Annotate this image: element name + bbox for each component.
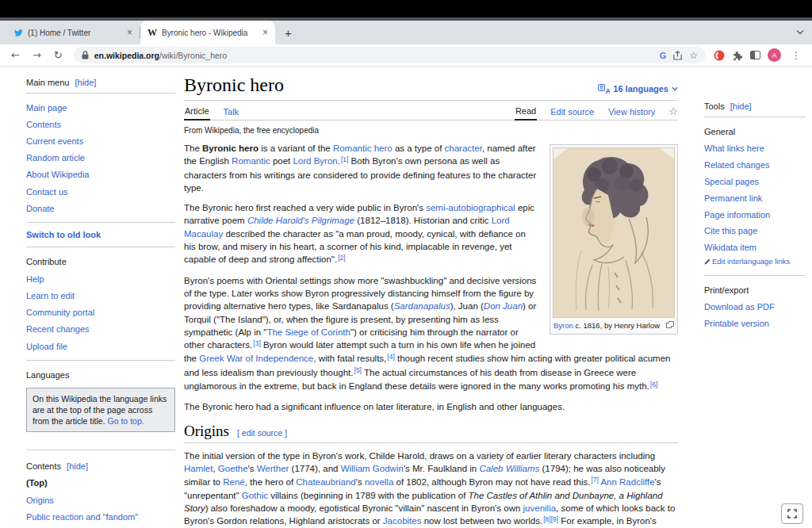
share-icon[interactable]: [673, 51, 682, 60]
toc-list: Origins Public reaction and "fandom" Lit…: [26, 492, 175, 528]
switch-old-look-link[interactable]: Switch to old look: [26, 228, 175, 241]
tab-article[interactable]: Article: [184, 102, 210, 121]
contents-label: Contents: [26, 461, 61, 471]
text-link[interactable]: Greek War of Independence: [199, 354, 313, 363]
close-tab-icon[interactable]: ×: [127, 28, 132, 37]
tools-hide-link[interactable]: [hide]: [730, 101, 752, 111]
text-link[interactable]: William Godwin: [341, 464, 404, 473]
main-menu-hide-link[interactable]: [hide]: [75, 78, 96, 87]
contents-hide-link[interactable]: [hide]: [67, 461, 88, 471]
text-link[interactable]: Lord Byron: [293, 156, 337, 166]
sidebar-item-contents[interactable]: Contents: [26, 116, 175, 132]
text-link[interactable]: Gothic: [242, 491, 268, 500]
reference-link[interactable]: [2]: [338, 254, 345, 262]
edit-source-link[interactable]: [ edit source ]: [237, 428, 287, 438]
tool-printable-version[interactable]: Printable version: [704, 316, 806, 332]
extensions-puzzle-icon[interactable]: [732, 50, 743, 61]
text-link[interactable]: Ann Radcliffe: [600, 477, 654, 487]
tab-edit-source[interactable]: Edit source: [550, 103, 595, 120]
tool-related-changes[interactable]: Related changes: [704, 157, 806, 174]
text-link[interactable]: juvenilia: [523, 503, 557, 513]
text-link[interactable]: Romantic: [232, 156, 270, 166]
text-segment: The initial version of the type in Byron…: [184, 451, 655, 461]
tab-search-chevron-icon[interactable]: [796, 24, 804, 38]
bookmark-star-icon[interactable]: ☆: [689, 50, 698, 61]
sidebar-item-upload-file[interactable]: Upload file: [26, 338, 175, 354]
edit-interlanguage-link[interactable]: Edit interlanguage links: [704, 255, 806, 270]
sidebar-item-main-page[interactable]: Main page: [26, 99, 175, 116]
text-segment: c. 1816, by Henry Harlow: [573, 321, 660, 330]
sidebar-item-recent-changes[interactable]: Recent changes: [26, 321, 175, 338]
toc-item-literary-usage[interactable]: Literary usage and influence: [26, 526, 175, 528]
back-button[interactable]: ←: [5, 49, 26, 61]
sidebar-item-current-events[interactable]: Current events: [26, 132, 175, 149]
text-link[interactable]: Werther: [257, 464, 289, 473]
forward-button[interactable]: →: [26, 49, 48, 61]
address-bar[interactable]: en.wikipedia.org/wiki/Byronic_hero G ☆: [74, 47, 706, 63]
toc-item-public-reaction[interactable]: Public reaction and "fandom": [26, 508, 175, 525]
tab-twitter[interactable]: (1) Home / Twitter ×: [6, 21, 140, 44]
side-panel-icon[interactable]: [750, 51, 760, 59]
text-link[interactable]: character: [445, 143, 482, 153]
profile-avatar[interactable]: A: [768, 48, 781, 62]
go-to-top-link[interactable]: Go to top.: [108, 416, 144, 426]
sidebar-item-community-portal[interactable]: Community portal: [26, 304, 175, 321]
reference-link[interactable]: [3]: [253, 339, 260, 347]
fullscreen-button[interactable]: [781, 503, 803, 524]
sidebar-item-random-article[interactable]: Random article: [26, 150, 175, 166]
tool-cite-this-page[interactable]: Cite this page: [704, 223, 806, 239]
translate-icon: A: [598, 84, 610, 94]
tab-talk[interactable]: Talk: [223, 103, 240, 120]
tab-wikipedia[interactable]: W Byronic hero - Wikipedia ×: [140, 21, 275, 44]
text-link[interactable]: Byron: [553, 321, 573, 330]
enlarge-icon[interactable]: [666, 321, 674, 331]
languages-button[interactable]: A 16 languages: [598, 84, 678, 94]
divider: [26, 93, 175, 94]
reference-link[interactable]: [8][9]: [543, 515, 558, 523]
close-tab-icon[interactable]: ×: [262, 28, 268, 37]
reload-button[interactable]: ↻: [48, 49, 69, 61]
watchlist-star-icon[interactable]: ☆: [668, 105, 678, 117]
text-link[interactable]: Hamlet: [184, 464, 213, 473]
text-link[interactable]: René: [223, 477, 245, 487]
toc-item-origins[interactable]: Origins: [26, 492, 175, 508]
text-link[interactable]: novella: [365, 477, 393, 487]
reference-link[interactable]: [4]: [387, 353, 394, 361]
tab-read[interactable]: Read: [515, 102, 537, 121]
google-icon[interactable]: G: [660, 51, 667, 60]
language-notice-box: On this Wikipedia the language links are…: [26, 388, 175, 432]
text-link[interactable]: Caleb Williams: [479, 464, 539, 473]
text-link[interactable]: Jacobites: [383, 516, 422, 526]
reference-link[interactable]: [7]: [591, 476, 598, 484]
tool-download-pdf[interactable]: Download as PDF: [704, 299, 806, 316]
text-link[interactable]: Sardanapalus: [394, 301, 450, 311]
text-link[interactable]: Romantic hero: [333, 143, 393, 153]
new-tab-button[interactable]: +: [285, 26, 292, 40]
chrome-menu-icon[interactable]: ⋮: [788, 50, 804, 61]
tab-view-history[interactable]: View history: [607, 103, 656, 120]
tool-what-links-here[interactable]: What links here: [704, 140, 806, 157]
text-link[interactable]: semi-autobiographical: [426, 203, 515, 212]
text-link[interactable]: The Siege of Corinth: [266, 327, 350, 337]
sidebar-item-learn-to-edit[interactable]: Learn to edit: [26, 288, 175, 304]
sidebar-item-contact-us[interactable]: Contact us: [26, 183, 175, 200]
text-link[interactable]: Don Juan: [484, 301, 523, 311]
tool-special-pages[interactable]: Special pages: [704, 174, 806, 190]
red-extension-icon[interactable]: [714, 50, 725, 61]
tool-wikidata-item[interactable]: Wikidata item: [704, 239, 806, 256]
text-link[interactable]: Chateaubriand: [296, 477, 355, 487]
toc-item-top[interactable]: (Top): [26, 474, 175, 492]
byron-portrait-figure[interactable]: Byron c. 1816, by Henry Harlow: [550, 144, 678, 335]
sidebar-item-about-wikipedia[interactable]: About Wikipedia: [26, 166, 175, 183]
sidebar-item-donate[interactable]: Donate: [26, 200, 175, 216]
macos-menubar: [0, 0, 812, 17]
tools-label: Tools: [704, 101, 725, 111]
tool-permanent-link[interactable]: Permanent link: [704, 189, 806, 206]
reference-link[interactable]: [6]: [650, 381, 657, 388]
text-link[interactable]: Goethe: [218, 464, 248, 473]
reference-link[interactable]: [5]: [354, 366, 362, 374]
sidebar-item-help[interactable]: Help: [26, 270, 175, 287]
reference-link[interactable]: [1]: [341, 155, 348, 163]
tool-page-information[interactable]: Page information: [704, 206, 806, 223]
text-link[interactable]: Childe Harold's Pilgrimage: [247, 216, 354, 225]
